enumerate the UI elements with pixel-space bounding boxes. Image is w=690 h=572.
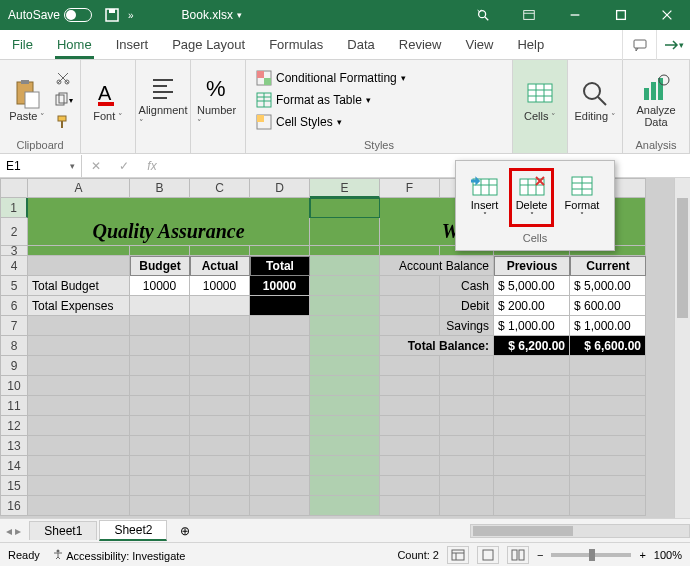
cell[interactable]: Total — [250, 256, 310, 276]
cell[interactable] — [28, 496, 130, 516]
cell[interactable] — [190, 396, 250, 416]
cell[interactable] — [28, 198, 130, 218]
col-header-F[interactable]: F — [380, 178, 440, 198]
cell[interactable] — [190, 356, 250, 376]
cell[interactable] — [130, 456, 190, 476]
row-header-15[interactable]: 15 — [0, 476, 28, 496]
active-cell[interactable] — [310, 198, 380, 218]
sheet-tab-2[interactable]: Sheet2 — [99, 520, 167, 541]
paste-button[interactable]: Paste — [6, 66, 48, 134]
cell[interactable] — [28, 456, 130, 476]
cell[interactable] — [494, 356, 570, 376]
cell[interactable] — [440, 496, 494, 516]
row-header-4[interactable]: 4 — [0, 256, 28, 276]
col-header-D[interactable]: D — [250, 178, 310, 198]
row-header-10[interactable]: 10 — [0, 376, 28, 396]
cell[interactable] — [130, 296, 190, 316]
alignment-button[interactable]: Alignment — [142, 66, 184, 134]
cell[interactable] — [310, 218, 380, 246]
row-header-9[interactable]: 9 — [0, 356, 28, 376]
select-all-corner[interactable] — [0, 178, 28, 198]
cell[interactable]: Account Balance — [380, 256, 494, 276]
cell[interactable] — [130, 336, 190, 356]
tab-home[interactable]: Home — [45, 30, 104, 59]
tab-data[interactable]: Data — [335, 30, 386, 59]
cell[interactable]: $ 5,000.00 — [494, 276, 570, 296]
sheet-nav[interactable]: ◂ ▸ — [0, 524, 27, 538]
number-button[interactable]: % Number — [197, 66, 239, 134]
cell[interactable] — [494, 396, 570, 416]
cell[interactable] — [440, 456, 494, 476]
cell[interactable] — [380, 496, 440, 516]
cell[interactable]: Total Budget — [28, 276, 130, 296]
cell[interactable] — [570, 476, 646, 496]
row-header-3[interactable]: 3 — [0, 246, 28, 256]
tab-page-layout[interactable]: Page Layout — [160, 30, 257, 59]
comments-button[interactable] — [622, 30, 656, 60]
font-button[interactable]: A Font — [87, 66, 129, 134]
cell[interactable] — [28, 336, 130, 356]
cell[interactable] — [570, 436, 646, 456]
format-cells-button[interactable]: Format ˅ — [561, 171, 604, 224]
cell[interactable] — [310, 276, 380, 296]
view-normal-button[interactable] — [447, 546, 469, 564]
cell[interactable] — [130, 396, 190, 416]
cell[interactable] — [28, 376, 130, 396]
cell[interactable] — [250, 396, 310, 416]
row-header-7[interactable]: 7 — [0, 316, 28, 336]
tab-review[interactable]: Review — [387, 30, 454, 59]
tab-help[interactable]: Help — [505, 30, 556, 59]
cell[interactable] — [494, 376, 570, 396]
cell[interactable] — [380, 396, 440, 416]
conditional-formatting-button[interactable]: Conditional Formatting▾ — [252, 68, 410, 88]
col-header-E[interactable]: E — [310, 178, 380, 198]
ribbon-display-icon[interactable] — [506, 0, 552, 30]
cell[interactable] — [380, 436, 440, 456]
cell[interactable] — [380, 198, 440, 218]
cell[interactable] — [440, 436, 494, 456]
cell[interactable] — [28, 246, 130, 256]
cell[interactable] — [190, 246, 250, 256]
tab-file[interactable]: File — [0, 30, 45, 59]
cell[interactable] — [380, 296, 440, 316]
cell[interactable] — [494, 496, 570, 516]
row-header-11[interactable]: 11 — [0, 396, 28, 416]
col-header-A[interactable]: A — [28, 178, 130, 198]
cell[interactable] — [28, 396, 130, 416]
cell[interactable] — [440, 416, 494, 436]
row-header-8[interactable]: 8 — [0, 336, 28, 356]
cell[interactable]: Actual — [190, 256, 250, 276]
cell[interactable]: 10000 — [190, 276, 250, 296]
search-icon[interactable] — [460, 0, 506, 30]
sheet-tab-1[interactable]: Sheet1 — [29, 521, 97, 540]
row-header-14[interactable]: 14 — [0, 456, 28, 476]
cell[interactable] — [190, 436, 250, 456]
cell[interactable] — [250, 496, 310, 516]
copy-button[interactable]: ▾ — [52, 90, 74, 110]
row-header-1[interactable]: 1 — [0, 198, 28, 218]
cell[interactable]: Cash — [440, 276, 494, 296]
cell[interactable] — [28, 316, 130, 336]
cell[interactable] — [250, 336, 310, 356]
cell[interactable] — [130, 198, 190, 218]
cell[interactable] — [310, 456, 380, 476]
cell[interactable] — [380, 476, 440, 496]
add-sheet-button[interactable]: ⊕ — [173, 524, 197, 538]
name-box[interactable]: E1▾ — [0, 155, 82, 177]
format-as-table-button[interactable]: Format as Table▾ — [252, 90, 410, 110]
cell[interactable]: $ 1,000.00 — [570, 316, 646, 336]
cell[interactable]: $ 600.00 — [570, 296, 646, 316]
cells-button[interactable]: Cells — [519, 66, 561, 134]
cell[interactable] — [310, 476, 380, 496]
zoom-slider[interactable] — [551, 553, 631, 557]
cell[interactable] — [494, 436, 570, 456]
cancel-formula-icon[interactable]: ✕ — [82, 159, 110, 173]
cell[interactable] — [310, 396, 380, 416]
cell[interactable] — [310, 496, 380, 516]
cell[interactable] — [190, 416, 250, 436]
cell[interactable] — [250, 296, 310, 316]
cell[interactable] — [250, 416, 310, 436]
view-page-layout-button[interactable] — [477, 546, 499, 564]
cell[interactable]: $ 6,600.00 — [570, 336, 646, 356]
share-button[interactable]: ▾ — [656, 30, 690, 60]
